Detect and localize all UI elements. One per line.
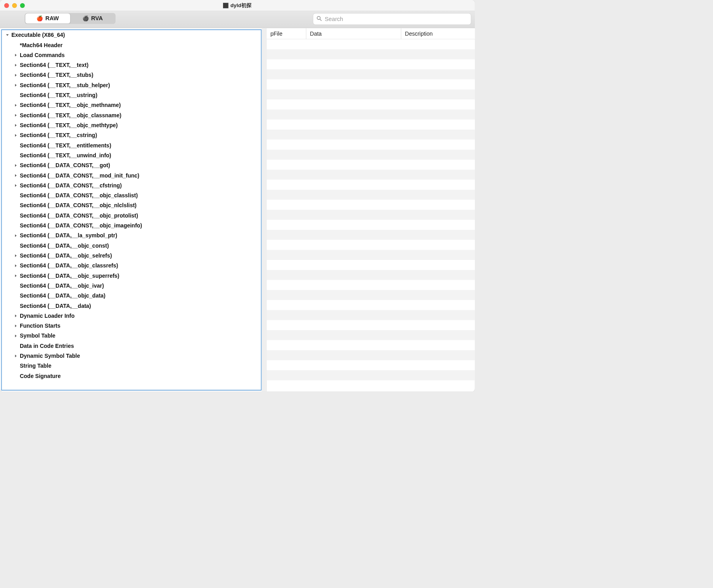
tree-row[interactable]: Dynamic Symbol Table — [2, 351, 261, 361]
tree-label: Section64 (__DATA_CONST,__objc_classlist… — [20, 193, 138, 199]
tree-row[interactable]: Code Signature — [2, 371, 261, 381]
tree-label: Section64 (__TEXT,__text) — [20, 62, 88, 69]
tree-row[interactable]: Section64 (__DATA,__la_symbol_ptr) — [2, 231, 261, 241]
table-row — [267, 370, 475, 380]
tree-row[interactable]: Section64 (__DATA_CONST,__mod_init_func) — [2, 170, 261, 180]
tree-row[interactable]: Section64 (__TEXT,__stub_helper) — [2, 80, 261, 90]
tree-row[interactable]: Function Starts — [2, 321, 261, 331]
tree-row[interactable]: Section64 (__TEXT,__entitlements) — [2, 140, 261, 150]
table-row — [267, 130, 475, 139]
tree-row[interactable]: Section64 (__DATA_CONST,__objc_protolist… — [2, 210, 261, 220]
disclosure-icon[interactable] — [13, 254, 19, 258]
table-header-description[interactable]: Description — [401, 28, 475, 39]
table-row — [267, 350, 475, 360]
disclosure-icon[interactable] — [13, 53, 19, 57]
disclosure-icon[interactable] — [13, 184, 19, 187]
tree-row[interactable]: Section64 (__DATA,__objc_ivar) — [2, 281, 261, 291]
tree-row[interactable]: Section64 (__DATA_CONST,__cfstring) — [2, 181, 261, 191]
tree-label: Section64 (__TEXT,__objc_methname) — [20, 102, 121, 109]
tree-label: *Mach64 Header — [20, 42, 63, 48]
disclosure-icon[interactable] — [13, 134, 19, 137]
table-row — [267, 340, 475, 350]
tree-label: Code Signature — [20, 373, 61, 379]
disclosure-icon[interactable] — [13, 274, 19, 277]
disclosure-icon[interactable] — [13, 73, 19, 77]
disclosure-icon[interactable] — [13, 63, 19, 67]
disclosure-icon[interactable] — [4, 33, 10, 37]
tree-row[interactable]: Section64 (__TEXT,__unwind_info) — [2, 151, 261, 160]
tree-label: Section64 (__DATA,__objc_superrefs) — [20, 273, 119, 279]
disclosure-icon[interactable] — [13, 174, 19, 177]
disclosure-icon[interactable] — [13, 83, 19, 87]
search-wrap — [313, 13, 471, 25]
tree-label: Section64 (__DATA_CONST,__objc_imageinfo… — [20, 222, 142, 229]
tree-label: Executable (X86_64) — [11, 32, 65, 38]
tree-label: Section64 (__TEXT,__objc_classname) — [20, 112, 122, 118]
window: dyld初探 🍎 RAW 🍎 RVA Executable (X86_64)*M… — [0, 0, 475, 391]
segmented-raw-button[interactable]: 🍎 RAW — [25, 13, 70, 23]
disclosure-icon[interactable] — [13, 103, 19, 107]
disclosure-icon[interactable] — [13, 124, 19, 127]
table-row — [267, 280, 475, 290]
tree-row[interactable]: Section64 (__TEXT,__text) — [2, 60, 261, 70]
disclosure-icon[interactable] — [13, 164, 19, 167]
tree-row[interactable]: *Mach64 Header — [2, 40, 261, 50]
tree-row[interactable]: String Table — [2, 361, 261, 371]
titlebar: dyld初探 — [0, 0, 475, 11]
table-row — [267, 240, 475, 250]
table-row — [267, 50, 475, 59]
tree-row[interactable]: Section64 (__DATA_CONST,__objc_imageinfo… — [2, 221, 261, 231]
tree-row[interactable]: Section64 (__DATA,__objc_superrefs) — [2, 271, 261, 281]
tree-row[interactable]: Section64 (__DATA,__objc_classrefs) — [2, 261, 261, 271]
table-header-pfile[interactable]: pFile — [267, 28, 306, 39]
tree-label: Section64 (__DATA,__objc_data) — [20, 293, 105, 299]
tree-row[interactable]: Section64 (__TEXT,__cstring) — [2, 130, 261, 140]
tree-row[interactable]: Section64 (__TEXT,__ustring) — [2, 90, 261, 100]
apple-gray-icon: 🍎 — [82, 15, 89, 21]
disclosure-icon[interactable] — [13, 113, 19, 117]
traffic-lights — [4, 3, 25, 8]
tree-row[interactable]: Section64 (__DATA_CONST,__objc_nlclslist… — [2, 200, 261, 210]
disclosure-icon[interactable] — [13, 264, 19, 267]
table-row — [267, 200, 475, 210]
disclosure-icon[interactable] — [13, 354, 19, 358]
table-row — [267, 160, 475, 170]
minimize-button[interactable] — [12, 3, 17, 8]
tree-label: Section64 (__TEXT,__unwind_info) — [20, 152, 111, 158]
zoom-button[interactable] — [20, 3, 25, 8]
toolbar: 🍎 RAW 🍎 RVA — [0, 11, 475, 28]
table-header-data[interactable]: Data — [306, 28, 401, 39]
tree-row[interactable]: Section64 (__DATA,__objc_selrefs) — [2, 251, 261, 261]
search-input[interactable] — [313, 13, 471, 25]
tree-row[interactable]: Section64 (__TEXT,__objc_methtype) — [2, 120, 261, 130]
tree-row[interactable]: Load Commands — [2, 50, 261, 60]
disclosure-icon[interactable] — [13, 234, 19, 237]
split-divider[interactable] — [262, 28, 267, 391]
tree-row[interactable]: Section64 (__DATA,__objc_const) — [2, 241, 261, 250]
segmented-control: 🍎 RAW 🍎 RVA — [25, 13, 116, 24]
tree-row[interactable]: Section64 (__TEXT,__objc_methname) — [2, 100, 261, 110]
disclosure-icon[interactable] — [13, 324, 19, 328]
segmented-rva-button[interactable]: 🍎 RVA — [70, 13, 115, 23]
tree-row[interactable]: Dynamic Loader Info — [2, 311, 261, 321]
disclosure-icon[interactable] — [13, 314, 19, 318]
tree-row[interactable]: Symbol Table — [2, 331, 261, 341]
tree-row[interactable]: Section64 (__TEXT,__objc_classname) — [2, 110, 261, 120]
close-button[interactable] — [4, 3, 9, 8]
apple-icon: 🍎 — [36, 15, 43, 21]
table-row — [267, 150, 475, 160]
table-row — [267, 210, 475, 220]
table-header-row: pFile Data Description — [267, 28, 475, 39]
table-row — [267, 69, 475, 79]
svg-point-0 — [317, 16, 320, 19]
tree-row[interactable]: Data in Code Entries — [2, 341, 261, 351]
tree-row[interactable]: Section64 (__DATA,__objc_data) — [2, 291, 261, 301]
tree-row[interactable]: Section64 (__DATA,__data) — [2, 301, 261, 311]
tree-row[interactable]: Section64 (__DATA_CONST,__got) — [2, 160, 261, 170]
tree-row[interactable]: Section64 (__TEXT,__stubs) — [2, 70, 261, 80]
tree-row-root[interactable]: Executable (X86_64) — [2, 30, 261, 40]
tree-row[interactable]: Section64 (__DATA_CONST,__objc_classlist… — [2, 191, 261, 200]
tree-pane[interactable]: Executable (X86_64)*Mach64 HeaderLoad Co… — [1, 29, 262, 391]
disclosure-icon[interactable] — [13, 334, 19, 338]
tree-label: Section64 (__DATA,__objc_const) — [20, 242, 109, 249]
